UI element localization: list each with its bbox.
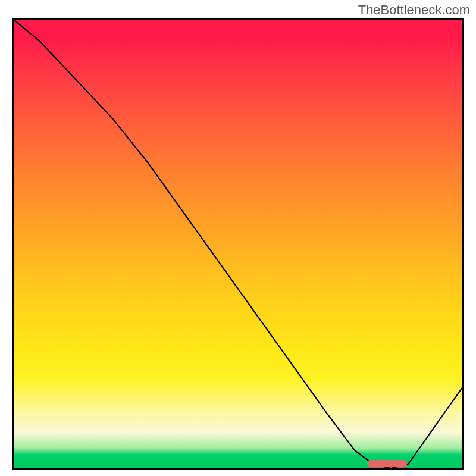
bottleneck-curve-line — [14, 20, 462, 468]
plot-svg — [14, 20, 462, 468]
watermark-text: TheBottleneck.com — [358, 2, 470, 18]
plot-area — [12, 18, 464, 470]
optimal-range-marker — [367, 460, 407, 467]
